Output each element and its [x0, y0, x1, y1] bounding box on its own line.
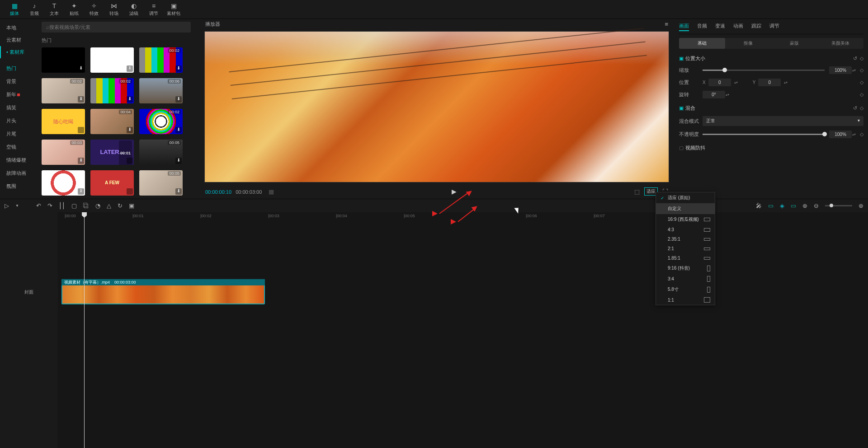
tool-贴纸[interactable]: ✦贴纸 — [64, 2, 84, 17]
media-thumb[interactable]: 随心吃喝⬇ — [42, 109, 85, 134]
ratio-item[interactable]: 5.8寸 — [656, 284, 715, 295]
copy-icon[interactable]: ⿻ — [83, 202, 89, 209]
pos-y-input[interactable] — [758, 79, 781, 86]
speed-icon[interactable]: ◔ — [95, 202, 100, 209]
insp-subtab-基础[interactable]: 基础 — [679, 38, 725, 49]
tool-调节[interactable]: ≡调节 — [144, 2, 164, 17]
tool-特效[interactable]: ✧特效 — [84, 2, 104, 17]
download-icon[interactable]: ⬇ — [127, 65, 133, 72]
insp-tab-音频[interactable]: 音频 — [697, 22, 707, 31]
insp-tab-调节[interactable]: 调节 — [769, 22, 779, 31]
pos-checkbox-icon[interactable]: ▣ — [679, 56, 684, 61]
redo-icon[interactable]: ↷ — [47, 202, 52, 209]
download-icon[interactable]: ⬇ — [78, 158, 84, 164]
scale-slider[interactable] — [703, 70, 825, 71]
tool-文本[interactable]: T文本 — [44, 2, 64, 17]
track-icon-3[interactable]: ▭ — [791, 202, 796, 209]
blend-mode-select[interactable]: 正常▾ — [703, 116, 863, 126]
undo-icon[interactable]: ↶ — [36, 202, 41, 209]
ratio-item[interactable]: 4:3 — [656, 225, 715, 234]
player-canvas[interactable] — [204, 31, 669, 182]
zoom-in-icon[interactable]: ⊕ — [859, 202, 863, 209]
rotation-input[interactable] — [703, 91, 725, 98]
mic-icon[interactable]: 🎤︎ — [756, 202, 762, 209]
ratio-item[interactable]: 16:9 (西瓜视频) — [656, 214, 715, 225]
spin-icon[interactable]: ▴▾ — [852, 68, 856, 72]
mirror-icon[interactable]: △ — [107, 202, 111, 209]
download-icon[interactable]: ⬇ — [78, 127, 84, 133]
download-icon[interactable]: ⬇ — [127, 96, 133, 103]
media-thumb[interactable]: 00:06⬇ — [139, 78, 183, 103]
play-button[interactable]: ▶ — [452, 188, 457, 195]
keyframe-icon[interactable]: ◇ — [860, 105, 863, 111]
keyframe-icon[interactable]: ◇ — [860, 79, 863, 85]
scale-input[interactable] — [829, 66, 852, 74]
download-icon[interactable]: ⬇ — [78, 96, 84, 103]
ratio-item[interactable]: 自定义 — [656, 203, 715, 214]
spin-icon[interactable]: ▴▾ — [783, 80, 788, 84]
video-clip[interactable]: 视频素材（有字幕）.mp4 00:00:03:00 — [61, 279, 265, 304]
tool-转场[interactable]: ⋈转场 — [104, 2, 124, 17]
sidenav-item-片尾[interactable]: 片尾 — [0, 127, 37, 140]
insp-tab-变速[interactable]: 变速 — [715, 22, 725, 31]
playhead[interactable] — [84, 212, 85, 448]
download-icon[interactable]: ⬇ — [175, 65, 182, 72]
sidenav-primary-本地[interactable]: 本地 — [0, 22, 37, 34]
crop-timeline-icon[interactable]: ▣ — [129, 202, 134, 209]
media-thumb[interactable]: ⬇ — [42, 170, 85, 196]
cover-label[interactable]: 封面 — [0, 280, 58, 304]
ratio-item[interactable]: ✓适应 (原始) — [656, 192, 715, 203]
reset-icon[interactable]: ↺ — [853, 56, 857, 61]
sidenav-item-氛围[interactable]: 氛围 — [0, 180, 37, 193]
sidenav-primary-云素材[interactable]: 云素材 — [0, 34, 37, 46]
pointer-icon[interactable]: ▷ — [5, 202, 9, 209]
insp-subtab-蒙版[interactable]: 蒙版 — [771, 38, 817, 49]
spin-icon[interactable]: ▴▾ — [725, 93, 730, 97]
insp-tab-画面[interactable]: 画面 — [679, 22, 689, 31]
menu-icon[interactable]: ≡ — [665, 21, 668, 28]
delete-icon[interactable]: ▢ — [71, 202, 77, 209]
sidenav-item-搞笑[interactable]: 搞笑 — [0, 101, 37, 114]
media-thumb[interactable]: LATER...00:01⬇ — [90, 140, 134, 165]
media-thumb[interactable]: 00:05⬇ — [139, 170, 183, 196]
media-thumb[interactable]: ⬇ — [90, 47, 134, 73]
opacity-slider[interactable] — [703, 134, 825, 135]
download-icon[interactable]: ⬇ — [127, 158, 133, 164]
tool-滤镜[interactable]: ◐滤镜 — [124, 2, 144, 17]
magnet-icon[interactable]: ⊕ — [802, 202, 807, 209]
zoom-slider[interactable] — [825, 205, 852, 206]
sidenav-item-故障动画[interactable]: 故障动画 — [0, 167, 37, 180]
sidenav-item-背景[interactable]: 背景 — [0, 75, 37, 88]
insp-tab-动画[interactable]: 动画 — [733, 22, 743, 31]
grid-icon[interactable]: ▦ — [269, 188, 274, 195]
download-icon[interactable]: ⬇ — [175, 158, 182, 164]
zoom-out-icon[interactable]: ⊖ — [814, 202, 819, 209]
tool-素材包[interactable]: ▣素材包 — [164, 2, 184, 17]
stab-checkbox-icon[interactable]: ▢ — [679, 145, 684, 150]
reset-icon[interactable]: ↺ — [853, 105, 857, 111]
media-thumb[interactable]: A FEW⬇ — [90, 170, 134, 196]
ratio-item[interactable]: 9:16 (抖音) — [656, 263, 715, 274]
download-icon[interactable]: ⬇ — [78, 188, 84, 195]
chevron-down-icon[interactable]: ▼ — [15, 204, 19, 208]
keyframe-icon[interactable]: ◇ — [860, 131, 863, 137]
crop-icon[interactable]: ⬚ — [634, 188, 640, 195]
media-thumb[interactable]: 00:02⬇ — [139, 47, 183, 73]
ratio-item[interactable]: 2:1 — [656, 244, 715, 253]
media-thumb[interactable]: 00:02⬇ — [42, 78, 85, 103]
time-ruler[interactable]: |00:00|00:01|00:02|00:03|00:04|00:05|00:… — [58, 212, 868, 221]
tool-媒体[interactable]: ▦媒体 — [5, 2, 24, 17]
keyframe-icon[interactable]: ◇ — [860, 67, 863, 73]
download-icon[interactable]: ⬇ — [78, 65, 84, 72]
download-icon[interactable]: ⬇ — [175, 96, 182, 103]
search-input[interactable] — [49, 24, 186, 30]
ratio-item[interactable]: 2.35:1 — [656, 234, 715, 244]
track-icon-1[interactable]: ▭ — [768, 202, 774, 209]
insp-subtab-抠像[interactable]: 抠像 — [725, 38, 771, 49]
track-icon-2[interactable]: ◈ — [780, 202, 784, 209]
media-thumb[interactable]: ⬇ — [42, 47, 85, 73]
pos-x-input[interactable] — [708, 79, 731, 86]
sidenav-item-新年[interactable]: 新年 — [0, 88, 37, 101]
tool-音频[interactable]: ♪音频 — [24, 2, 44, 17]
ratio-item[interactable]: 1:1 — [656, 295, 715, 305]
